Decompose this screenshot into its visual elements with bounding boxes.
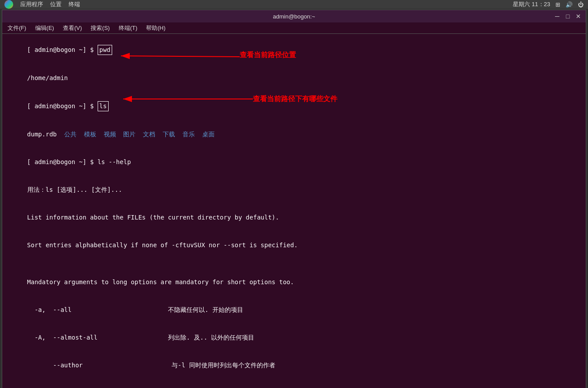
term-line-6: 用法：ls [选项]... [文件]...: [5, 176, 583, 204]
ls-download: 下载: [163, 131, 183, 138]
ls-pic: 图片: [123, 131, 143, 138]
ls-dump: dump.rdb: [27, 131, 64, 138]
network-icon: ⊞: [555, 1, 560, 8]
power-icon[interactable]: ⏻: [578, 1, 584, 8]
menu-view[interactable]: 查看(V): [59, 23, 85, 33]
app-icon: [4, 0, 13, 9]
annotation-2-text: 查看当前路径下有哪些文件: [253, 94, 337, 104]
system-bar-left: 应用程序 位置 终端: [4, 0, 80, 9]
close-button[interactable]: ✕: [574, 13, 582, 20]
pwd-output: /home/admin: [27, 74, 68, 81]
terminal-window: admin@bogon:~ ─ □ ✕ 文件(F) 编辑(E) 查看(V) 搜索…: [2, 10, 586, 388]
term-line-8: Sort entries alphabetically if none of -…: [5, 231, 583, 259]
menu-bar: 文件(F) 编辑(E) 查看(V) 搜索(S) 终端(T) 帮助(H): [2, 22, 586, 34]
ls-help-cmd: [ admin@bogon ~] $ ls --help: [27, 158, 131, 165]
ls-music: 音乐: [183, 131, 202, 138]
terminal-menu[interactable]: 终端: [69, 0, 80, 8]
cmd-ls: ls: [98, 101, 109, 111]
maximize-button[interactable]: □: [564, 13, 572, 20]
system-bar: 应用程序 位置 终端 星期六 11：23 ⊞ 🔊 ⏻: [0, 0, 588, 9]
annotation-1-text: 查看当前路径位置: [240, 50, 296, 60]
term-line-10: Mandatory arguments to long options are …: [5, 268, 583, 296]
menu-help[interactable]: 帮助(H): [142, 23, 169, 33]
system-bar-right: 星期六 11：23 ⊞ 🔊 ⏻: [513, 0, 584, 8]
term-line-7: List information about the FILEs (the cu…: [5, 204, 583, 231]
titlebar-controls: ─ □ ✕: [553, 13, 582, 20]
location-menu[interactable]: 位置: [50, 0, 62, 8]
ls-doc: 文档: [143, 131, 163, 138]
ls-gong: 公共: [64, 131, 84, 138]
apps-menu[interactable]: 应用程序: [20, 0, 43, 8]
term-line-4: dump.rdb 公共 模板 视频 图片 文档 下载 音乐 桌面: [5, 121, 583, 148]
term-line-11: -a, --all 不隐藏任何以. 开始的项目: [5, 296, 583, 324]
term-line-13: --author 与-l 同时使用时列出每个文件的作者: [5, 351, 583, 379]
menu-search[interactable]: 搜索(S): [87, 23, 113, 33]
volume-icon: 🔊: [566, 1, 573, 8]
term-line-14: -b, --escape 以八进制溢出序列表示不可打印的字符: [5, 379, 583, 388]
prompt-2: [ admin@bogon ~] $: [27, 102, 98, 110]
prompt-1: [ admin@bogon ~] $: [27, 46, 98, 53]
ls-desktop: 桌面: [202, 131, 215, 138]
menu-terminal[interactable]: 终端(T): [115, 23, 141, 33]
menu-file[interactable]: 文件(F): [4, 23, 30, 33]
ls-video: 视频: [104, 131, 124, 138]
terminal-title: admin@bogon:~: [273, 13, 315, 20]
term-line-12: -A, --almost-all 列出除. 及.. 以外的任何项目: [5, 324, 583, 351]
datetime: 星期六 11：23: [513, 0, 550, 8]
terminal-titlebar: admin@bogon:~ ─ □ ✕: [2, 10, 586, 22]
term-line-2: /home/admin: [5, 64, 583, 92]
term-line-9: [5, 259, 583, 268]
minimize-button[interactable]: ─: [553, 13, 561, 20]
menu-edit[interactable]: 编辑(E): [32, 23, 58, 33]
terminal-content[interactable]: [ admin@bogon ~] $ pwd /home/admin [ adm…: [2, 34, 586, 388]
cmd-pwd: pwd: [98, 45, 112, 55]
term-line-5: [ admin@bogon ~] $ ls --help: [5, 148, 583, 176]
ls-muban: 模板: [84, 131, 104, 138]
